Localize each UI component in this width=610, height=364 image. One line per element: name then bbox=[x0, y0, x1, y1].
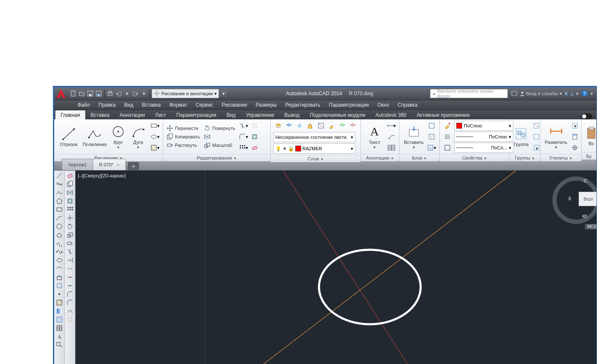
bylayer-icon[interactable] bbox=[442, 143, 452, 153]
autodesk360-icon[interactable]: ◬ bbox=[570, 91, 574, 97]
tb-blend-icon[interactable] bbox=[66, 307, 74, 315]
ribtab-a360[interactable]: Autodesk 360 bbox=[370, 110, 411, 119]
panel-groups-title[interactable]: Группы▼ bbox=[510, 154, 540, 161]
explode-icon[interactable] bbox=[250, 121, 260, 131]
panel-annot-title[interactable]: Аннотации▼ bbox=[361, 154, 399, 161]
ribbon-minimize-toggle[interactable] bbox=[581, 113, 592, 119]
layer-current-dropdown[interactable]: 💡 ☀ 🔒 RAZMER▾ bbox=[273, 143, 355, 154]
tb-trim2-icon[interactable] bbox=[66, 248, 74, 256]
ribtab-annotate[interactable]: Аннотации bbox=[114, 110, 150, 119]
panel-props-title[interactable]: Свойства▼ bbox=[440, 154, 509, 161]
text-button[interactable]: A Текст▼ bbox=[363, 124, 385, 150]
edit-block-icon[interactable] bbox=[427, 132, 437, 142]
dim-linear-icon[interactable]: ▾ bbox=[386, 121, 396, 131]
quick-calc-icon[interactable] bbox=[570, 132, 580, 142]
panel-utils-title[interactable]: Утилиты▼ bbox=[541, 154, 581, 161]
infocenter-icon[interactable] bbox=[511, 91, 517, 97]
polyline-button[interactable]: Полилиния bbox=[81, 126, 108, 148]
rotate-button[interactable]: Повернуть bbox=[203, 124, 238, 132]
layer-match-icon[interactable] bbox=[327, 121, 336, 131]
ribtab-output[interactable]: Вывод bbox=[279, 110, 305, 119]
array-icon[interactable]: ▾ bbox=[238, 143, 249, 153]
ribtab-express[interactable]: Активные приложения bbox=[412, 110, 475, 119]
ribtab-plugins[interactable]: Подключаемые модули bbox=[305, 110, 370, 119]
stretch-button[interactable]: Растянуть bbox=[166, 141, 202, 149]
tb-mirror2-icon[interactable] bbox=[66, 189, 74, 196]
tb-rotate2-icon[interactable] bbox=[66, 223, 74, 230]
close-icon[interactable]: × bbox=[116, 162, 119, 167]
mirror-button[interactable] bbox=[203, 133, 238, 141]
tb-hatch-icon[interactable] bbox=[55, 299, 63, 306]
arc-button[interactable]: Дуга▼ bbox=[129, 124, 147, 150]
undo-icon[interactable] bbox=[115, 90, 122, 97]
tb-circle-icon[interactable] bbox=[55, 223, 63, 230]
print-icon[interactable] bbox=[106, 90, 114, 97]
save-icon[interactable] bbox=[86, 90, 94, 97]
tb-addselected-icon[interactable] bbox=[55, 341, 63, 349]
create-block-icon[interactable] bbox=[427, 121, 437, 131]
tb-break2-icon[interactable] bbox=[66, 273, 74, 281]
move-button[interactable]: Перенести bbox=[166, 124, 202, 132]
circle-button[interactable]: Круг▼ bbox=[108, 124, 128, 150]
tb-chamfer-icon[interactable] bbox=[66, 290, 74, 298]
tb-spline-icon[interactable] bbox=[55, 240, 63, 247]
new-doc-button[interactable] bbox=[128, 162, 139, 170]
menu-view[interactable]: Вид bbox=[120, 101, 138, 109]
viewcube-wcs[interactable]: МСК bbox=[585, 224, 596, 229]
tb-gradient-icon[interactable] bbox=[55, 307, 63, 315]
tb-extend-icon[interactable] bbox=[66, 256, 74, 264]
tb-xline-icon[interactable] bbox=[55, 180, 63, 188]
tb-rect-icon[interactable] bbox=[55, 206, 63, 213]
tb-move2-icon[interactable] bbox=[66, 214, 74, 222]
layer-prev-icon[interactable] bbox=[338, 121, 347, 131]
linetype-dropdown[interactable]: ПоСлою▾ bbox=[454, 132, 513, 142]
search-input[interactable]: ▸ Введите ключевое слово/фразу bbox=[430, 89, 508, 98]
tb-table-icon[interactable] bbox=[55, 324, 63, 332]
ribtab-layout[interactable]: Лист bbox=[150, 110, 171, 119]
qat-customize-icon[interactable]: ▾ bbox=[220, 90, 227, 97]
menu-file[interactable]: Файл bbox=[73, 101, 94, 109]
menu-help[interactable]: Справка bbox=[394, 101, 422, 109]
ribtab-manage[interactable]: Управление bbox=[241, 110, 279, 119]
match-props-icon[interactable] bbox=[442, 121, 452, 131]
insert-block-button[interactable]: Вставить▼ bbox=[402, 124, 426, 150]
menu-format[interactable]: Формат bbox=[165, 101, 191, 109]
group-select-icon[interactable] bbox=[531, 143, 541, 153]
list-icon[interactable] bbox=[442, 132, 452, 142]
open-icon[interactable] bbox=[78, 90, 86, 97]
ungroup-icon[interactable] bbox=[531, 121, 541, 131]
tb-block-icon[interactable] bbox=[55, 282, 63, 290]
tb-array2-icon[interactable] bbox=[66, 206, 74, 213]
tb-line-icon[interactable] bbox=[55, 172, 63, 179]
tb-insert-icon[interactable] bbox=[55, 273, 63, 281]
tb-point-icon[interactable] bbox=[55, 290, 63, 298]
layer-off-icon[interactable] bbox=[284, 121, 294, 131]
tb-offset2-icon[interactable] bbox=[66, 197, 74, 205]
table-icon[interactable] bbox=[386, 143, 396, 153]
layer-walk-icon[interactable] bbox=[348, 121, 358, 131]
menu-edit[interactable]: Правка bbox=[94, 101, 120, 109]
ribtab-home[interactable]: Главная bbox=[55, 110, 86, 119]
hatch-icon[interactable]: ▾ bbox=[150, 143, 160, 153]
doctab-2[interactable]: R 070*× bbox=[93, 159, 126, 170]
tb-break-icon[interactable] bbox=[66, 265, 74, 273]
layer-props-icon[interactable] bbox=[273, 121, 283, 131]
ribtab-view[interactable]: Вид bbox=[222, 110, 241, 119]
viewcube-south[interactable]: Ю bbox=[582, 214, 587, 219]
help-icon[interactable]: ? bbox=[581, 90, 588, 97]
viewcube-north[interactable]: С bbox=[584, 178, 587, 183]
menu-window[interactable]: Окно bbox=[373, 101, 394, 109]
block-attr-icon[interactable]: A▾ bbox=[427, 143, 437, 153]
layer-state-dropdown[interactable]: Несохраненное состояние листа▾ bbox=[273, 132, 355, 142]
layer-freeze-icon[interactable] bbox=[295, 121, 305, 131]
doctab-1[interactable]: Чертеж1 bbox=[62, 159, 93, 170]
signin-button[interactable]: Вход в службы ▾ bbox=[520, 91, 562, 97]
group-edit-icon[interactable] bbox=[531, 132, 541, 142]
chevron-down-icon[interactable]: ▾ bbox=[591, 91, 593, 97]
select-all-icon[interactable] bbox=[570, 121, 580, 131]
tb-pline-icon[interactable] bbox=[55, 189, 63, 196]
tb-revcloud-icon[interactable] bbox=[55, 231, 63, 239]
tb-copy2-icon[interactable] bbox=[66, 180, 74, 188]
redo-drop-icon[interactable]: ▾ bbox=[140, 90, 148, 97]
viewcube[interactable]: С З Ю Верх МСК bbox=[566, 176, 596, 232]
